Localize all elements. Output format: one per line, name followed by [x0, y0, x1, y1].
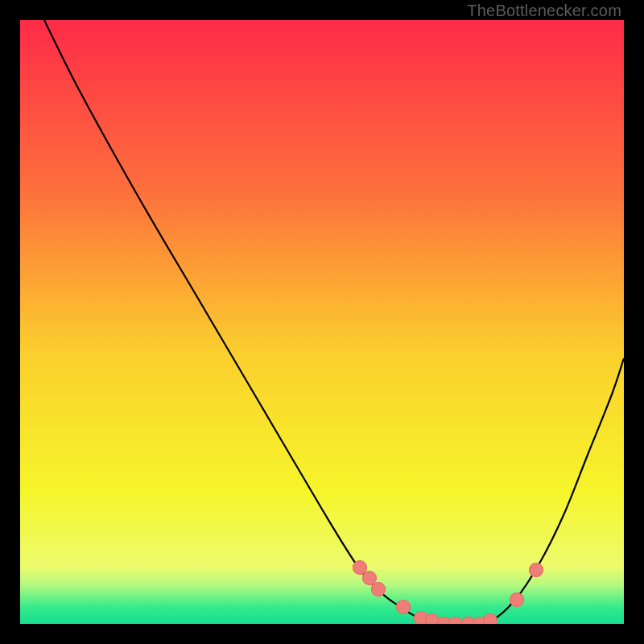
chart-plot-area: [20, 20, 624, 624]
highlight-dot: [483, 613, 497, 624]
outer-frame: TheBottlenecker.com: [0, 0, 644, 644]
highlight-dot: [371, 582, 386, 597]
bottleneck-curve: [44, 20, 624, 624]
highlight-dot: [510, 592, 524, 607]
highlight-dot: [396, 600, 411, 614]
highlight-dot: [529, 563, 543, 577]
curve-layer: [20, 20, 624, 624]
watermark-text: TheBottlenecker.com: [467, 2, 621, 20]
